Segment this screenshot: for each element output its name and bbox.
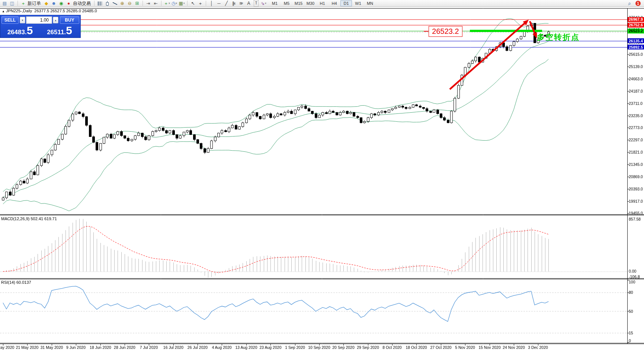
chart-shift-button[interactable]: ⇤	[152, 0, 159, 7]
price-axis-tick: 23711.0	[629, 101, 643, 106]
tile-windows-button[interactable]: ⊞	[134, 0, 141, 7]
date-axis-label: 9 Jun 2020	[66, 345, 86, 350]
date-axis-label: 26 Jul 2020	[188, 345, 208, 350]
profiles-icon[interactable]: ◫	[9, 0, 16, 7]
bar-chart-button[interactable]	[96, 0, 103, 7]
date-axis-label: 16 Jul 2020	[163, 345, 183, 350]
autotrade-button-label[interactable]: 自动交易	[73, 0, 91, 7]
timeframe-toolbar: M1M5M15M30H1H4D1W1MN	[269, 0, 376, 6]
sell-button[interactable]: SELL	[1, 16, 19, 24]
tab-timeframe-m15[interactable]: M15	[293, 0, 304, 6]
new-chart-icon[interactable]: ▤	[1, 0, 8, 7]
date-axis-label: 5 Nov 2020	[455, 345, 475, 350]
chart-canvas[interactable]	[0, 0, 644, 350]
date-axis-label: 12 May 2020	[0, 345, 14, 350]
volume-decrease-button[interactable]: ▼	[20, 17, 25, 23]
tab-timeframe-h1[interactable]: H1	[317, 0, 328, 6]
channel-button[interactable]: ∥E	[230, 0, 237, 7]
toolbar-separator	[187, 1, 188, 6]
price-axis-tick: 23235.0	[629, 113, 643, 118]
date-axis-label: 1 Sep 2020	[285, 345, 305, 350]
date-axis-label: 7 Jul 2020	[140, 345, 158, 350]
vline-button[interactable]: │	[208, 0, 215, 7]
chart-ohlc-values: 26377.5 26527.5 26285.0 26485.0	[34, 9, 97, 13]
date-axis-label: 10 Sep 2020	[308, 345, 330, 350]
date-axis-label: 13 Aug 2020	[236, 345, 257, 350]
indicators-button[interactable]: ＋▾	[163, 0, 170, 7]
periods-button[interactable]: ◷▾	[171, 0, 178, 7]
trading-terminal-window: ▤◫＋新订单◆☻◉●自动交易⊕⊖⊞⇥⇤＋▾◷▾▦▾↖＋│─╱∥E≡FAT⇘▾ M…	[0, 0, 644, 350]
signals-icon[interactable]: ◉	[58, 0, 65, 7]
date-axis-label: 18 Jun 2020	[90, 345, 111, 350]
main-toolbar: ▤◫＋新订单◆☻◉●自动交易⊕⊖⊞⇥⇤＋▾◷▾▦▾↖＋│─╱∥E≡FAT⇘▾ M…	[0, 0, 644, 7]
search-icon[interactable]: ⌕	[626, 0, 633, 7]
tab-timeframe-h4[interactable]: H4	[329, 0, 340, 6]
price-axis-tick: 22773.0	[629, 125, 643, 130]
tab-timeframe-m5[interactable]: M5	[281, 0, 292, 6]
metaeditor-icon[interactable]: ◆	[43, 0, 50, 7]
chart-title: ▲JPN225-,Daily 26377.5 26527.5 26285.0 2…	[2, 9, 97, 13]
notification-badge[interactable]: 1	[635, 1, 641, 6]
date-axis-label: 24 Nov 2020	[503, 345, 525, 350]
macd-axis-min: -106.8	[629, 274, 640, 279]
date-axis-label: 28 Jun 2020	[114, 345, 135, 350]
sell-price-main: 26483.	[7, 26, 27, 39]
price-axis-tick: 24187.0	[629, 89, 643, 93]
new-order-button-label[interactable]: 新订单	[28, 0, 41, 7]
buy-price-display[interactable]: 26511.5	[40, 24, 79, 38]
price-line-label: 26135.4	[628, 38, 644, 43]
macd-indicator-label: MACD(12,26,9) 502.41 619.71	[1, 216, 57, 221]
price-line-label: 26967.9	[628, 17, 644, 22]
tab-timeframe-mn[interactable]: MN	[364, 0, 376, 6]
cursor-button[interactable]: ↖	[189, 0, 196, 7]
price-line-label: 26752.6	[628, 23, 644, 28]
buy-price-main: 26511.	[47, 26, 66, 39]
rsi-axis-level: 100	[629, 280, 635, 284]
volume-input[interactable]	[26, 16, 52, 24]
price-axis-tick: 21345.0	[629, 162, 643, 167]
price-axis-tick: 19917.0	[629, 199, 643, 203]
turning-point-annotation[interactable]: 多空转折点	[537, 32, 580, 42]
volume-increase-button[interactable]: ▲	[53, 17, 58, 23]
date-axis-label: 31 May 2020	[41, 345, 63, 350]
line-chart-button[interactable]	[111, 0, 118, 7]
sell-price-display[interactable]: 26483.5	[0, 24, 40, 38]
candle-chart-button[interactable]	[104, 0, 111, 7]
macd-axis-zero: 0.00	[629, 269, 636, 273]
autotrade-button[interactable]: ●	[65, 0, 72, 7]
rsi-axis-level: 80	[629, 290, 633, 295]
tab-timeframe-d1[interactable]: D1	[340, 0, 352, 6]
tab-timeframe-m1[interactable]: M1	[269, 0, 281, 6]
tab-timeframe-m30[interactable]: M30	[305, 0, 316, 6]
date-axis-label: 3 Dec 2020	[528, 345, 548, 350]
toolbar-separator	[17, 1, 18, 6]
date-axis-label: 23 Aug 2020	[260, 345, 282, 350]
toolbar-right-group: ⌕ 1	[626, 0, 643, 7]
templates-button[interactable]: ▦▾	[178, 0, 185, 7]
zoom-in-button[interactable]: ⊕	[119, 0, 126, 7]
price-line-label: 25892.5	[628, 45, 644, 49]
text-button[interactable]: A	[245, 0, 252, 7]
date-axis-label: 29 Sep 2020	[357, 345, 379, 350]
price-axis-tick: 24663.0	[629, 77, 643, 81]
date-axis-label: 18 Oct 2020	[406, 345, 427, 350]
auto-scroll-button[interactable]: ⇥	[145, 0, 152, 7]
market-icon[interactable]: ☻	[50, 0, 57, 7]
arrows-button[interactable]: ⇘▾	[260, 0, 267, 7]
price-alert-flag[interactable]: 26523.2	[429, 26, 462, 37]
buy-price-pip: 5	[66, 24, 72, 37]
date-axis-label: 27 Oct 2020	[430, 345, 451, 350]
new-order-button[interactable]: ＋	[20, 0, 27, 7]
symbol-icon: ▲	[2, 10, 5, 13]
price-axis-tick: 19455.0	[629, 211, 643, 215]
tab-timeframe-w1[interactable]: W1	[352, 0, 364, 6]
buy-button[interactable]: BUY	[60, 16, 79, 24]
label-button[interactable]: T	[253, 0, 260, 7]
date-axis-label: 15 Nov 2020	[478, 345, 501, 350]
trendline-button[interactable]: ╱	[223, 0, 230, 7]
hline-button[interactable]: ─	[215, 0, 222, 7]
rsi-axis-level: 15	[629, 331, 633, 335]
crosshair-button[interactable]: ＋	[197, 0, 204, 7]
fibonacci-button[interactable]: ≡F	[238, 0, 245, 7]
zoom-out-button[interactable]: ⊖	[126, 0, 133, 7]
